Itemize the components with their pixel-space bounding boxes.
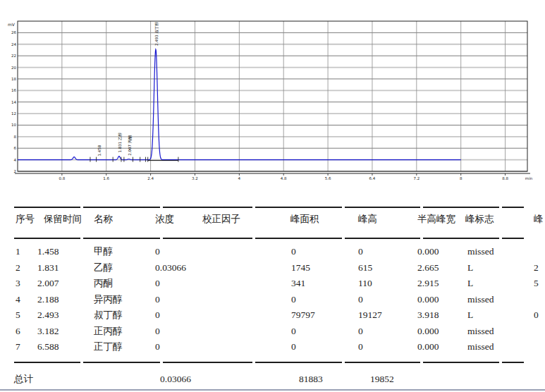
- row3-col4: 0: [155, 278, 160, 288]
- table-rule: [423, 238, 499, 239]
- row4-col9: missed: [467, 294, 494, 305]
- row2-col8: 2.665: [417, 262, 439, 273]
- x-tick-label: 5.6: [325, 176, 331, 180]
- column-header-8: 半高峰宽: [417, 214, 455, 224]
- row5-col3: 叔丁醇: [94, 310, 123, 320]
- y-tick-label: 4: [14, 158, 17, 162]
- column-header-6: 峰面积: [290, 214, 319, 224]
- x-tick-label: 7.2: [413, 176, 420, 180]
- row2-col3: 乙醇: [94, 262, 113, 273]
- peak-label: 2.493 叔丁醇: [154, 21, 159, 45]
- row5-col2: 2.493: [37, 310, 59, 320]
- row3-col10: 5: [534, 278, 543, 288]
- chromatogram-svg: 26242220181614121086420.81.62.43.244.85.…: [0, 0, 545, 190]
- column-header-3: 名称: [94, 214, 113, 224]
- peak-results-table: 总计 0.03066 81883 19852 序号保留时间名称浓度校正因子峰面积…: [0, 190, 545, 392]
- x-axis-unit: min: [525, 176, 533, 180]
- column-header-7: 峰高: [358, 214, 377, 224]
- chromatography-report-page: 26242220181614121086420.81.62.43.244.85.…: [0, 0, 545, 392]
- row2-col1: 2: [16, 262, 20, 273]
- row2-col2: 1.831: [37, 262, 59, 273]
- column-header-5: 校正因子: [202, 214, 240, 224]
- row2-col7: 615: [358, 262, 372, 273]
- table-rule: [83, 207, 160, 208]
- column-header-1: 序号: [16, 214, 35, 224]
- x-tick-label: 8: [460, 176, 463, 180]
- row5-col6: 79797: [291, 310, 315, 320]
- y-tick-label: 14: [11, 100, 16, 104]
- row1-col9: missed: [467, 246, 494, 257]
- y-tick-label: 10: [11, 123, 16, 127]
- row4-col2: 2.188: [37, 294, 59, 305]
- table-rule: [163, 207, 252, 208]
- table-rule: [83, 238, 160, 239]
- row2-col4: 0.03066: [155, 262, 186, 273]
- row1-col8: 0.000: [417, 246, 439, 257]
- row5-col8: 3.918: [417, 310, 439, 320]
- table-rule: [14, 207, 80, 208]
- row2-col10: 2: [534, 262, 543, 273]
- y-tick-label: 6: [14, 146, 17, 150]
- row3-col7: 110: [358, 278, 372, 288]
- x-tick-label: 4: [238, 176, 241, 180]
- x-tick-label: 2.4: [147, 176, 154, 180]
- y-axis-unit: mV: [8, 22, 16, 27]
- column-header-9: 峰标志: [465, 214, 494, 224]
- row1-col6: 0: [291, 246, 296, 257]
- x-tick-label: 6.4: [369, 176, 376, 180]
- total-concentration: 0.03066: [160, 374, 191, 384]
- row2-col6: 1745: [291, 262, 310, 273]
- row1-col4: 0: [155, 246, 160, 257]
- total-peak-area: 81883: [299, 374, 323, 384]
- table-rule: [14, 238, 80, 239]
- table-rule: [255, 238, 342, 239]
- row4-col4: 0: [155, 294, 160, 305]
- row6-col4: 0: [155, 326, 160, 336]
- row1-col1: 1: [16, 246, 20, 257]
- x-tick-label: 3.2: [192, 176, 198, 180]
- column-header-10: 峰: [534, 214, 543, 224]
- table-rule: [502, 362, 524, 363]
- row5-col9: L: [467, 310, 473, 320]
- row3-col2: 2.007: [37, 278, 59, 288]
- row1-col2: 1.458: [37, 246, 59, 257]
- row4-col1: 4: [16, 294, 20, 305]
- row3-col1: 3: [16, 278, 20, 288]
- y-tick-label: 8: [14, 135, 17, 139]
- y-tick-label: 2: [14, 169, 17, 173]
- peak-label: 1.831 乙醇: [118, 133, 123, 153]
- row3-col3: 丙酮: [94, 278, 113, 288]
- row7-col4: 0: [155, 341, 160, 352]
- table-rule: [423, 362, 499, 363]
- x-tick-label: 0.8: [59, 176, 65, 180]
- total-row-label: 总计: [14, 374, 33, 384]
- row6-col8: 0.000: [417, 326, 439, 336]
- row1-col3: 甲醇: [94, 246, 113, 257]
- y-tick-label: 12: [11, 111, 16, 116]
- row5-col10: 0: [534, 310, 543, 320]
- row7-col2: 6.588: [37, 341, 59, 352]
- row6-col2: 3.182: [37, 326, 59, 336]
- row4-col3: 异丙醇: [94, 294, 123, 305]
- table-rule: [502, 207, 524, 208]
- row6-col7: 0: [358, 326, 363, 336]
- row7-col6: 0: [291, 341, 296, 352]
- row5-col7: 19127: [358, 310, 382, 320]
- row7-col1: 7: [16, 341, 20, 352]
- column-header-2: 保留时间: [44, 214, 82, 224]
- table-rule: [502, 238, 524, 239]
- table-rule: [14, 362, 80, 363]
- column-header-4: 浓度: [155, 214, 174, 224]
- y-tick-label: 24: [11, 42, 16, 47]
- table-rule: [423, 207, 499, 208]
- table-rule: [255, 207, 342, 208]
- row7-col3: 正丁醇: [94, 341, 123, 352]
- y-tick-label: 20: [11, 66, 16, 70]
- row4-col8: 0.000: [417, 294, 439, 305]
- row7-col7: 0: [358, 341, 363, 352]
- row1-col7: 0: [358, 246, 363, 257]
- x-tick-label: 1.6: [103, 176, 109, 180]
- row7-col9: missed: [467, 341, 494, 352]
- y-tick-label: 16: [11, 88, 16, 92]
- page-bottom-divider: [0, 389, 545, 391]
